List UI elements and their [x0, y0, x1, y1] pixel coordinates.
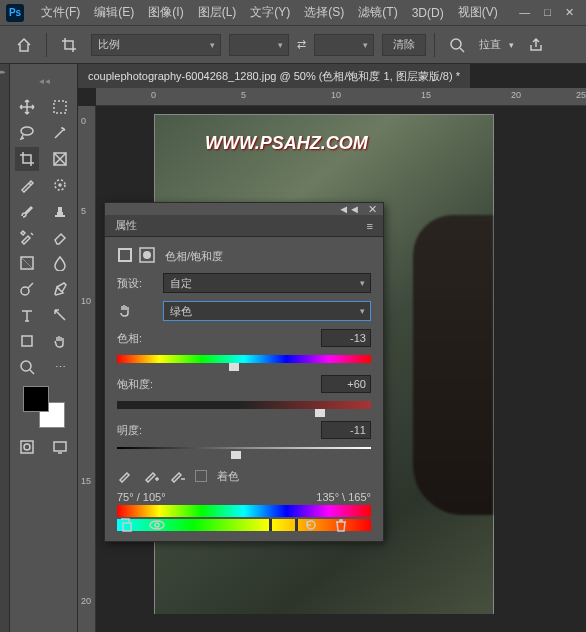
- panel-tab-title[interactable]: 属性: [115, 218, 137, 233]
- gradient-tool[interactable]: [15, 251, 39, 275]
- path-tool[interactable]: [48, 303, 72, 327]
- wand-tool[interactable]: [48, 121, 72, 145]
- range-right: 135° \ 165°: [316, 491, 371, 503]
- menu-edit[interactable]: 编辑(E): [87, 4, 141, 21]
- adjustment-icon: [117, 247, 133, 265]
- crop-tool[interactable]: [15, 147, 39, 171]
- divider: [46, 33, 47, 57]
- light-value[interactable]: -11: [321, 421, 371, 439]
- watermark-text: WWW.PSAHZ.COM: [205, 133, 368, 154]
- menu-3d[interactable]: 3D(D): [405, 6, 451, 20]
- brush-tool[interactable]: [15, 199, 39, 223]
- eyedropper-add-icon[interactable]: [143, 467, 159, 485]
- hue-label: 色相:: [117, 331, 157, 346]
- channel-dropdown[interactable]: 绿色: [163, 301, 371, 321]
- ruler-vertical: 05101520: [78, 106, 96, 632]
- svg-point-17: [150, 521, 164, 529]
- swap-icon[interactable]: ⇄: [297, 38, 306, 51]
- close-icon[interactable]: ✕: [565, 6, 574, 19]
- width-input[interactable]: [229, 34, 289, 56]
- minimize-icon[interactable]: —: [519, 6, 530, 19]
- ratio-label: 比例: [98, 37, 120, 52]
- adjustment-title: 色相/饱和度: [165, 249, 223, 264]
- flyout-bar[interactable]: [0, 64, 10, 632]
- svg-rect-14: [120, 250, 130, 260]
- ratio-dropdown[interactable]: 比例: [91, 34, 221, 56]
- colorize-label: 着色: [217, 469, 239, 484]
- hue-slider[interactable]: [117, 355, 371, 365]
- dodge-tool[interactable]: [15, 277, 39, 301]
- menu-filter[interactable]: 滤镜(T): [351, 4, 404, 21]
- clip-icon[interactable]: [119, 517, 135, 535]
- zoom-tool[interactable]: [15, 355, 39, 379]
- menu-image[interactable]: 图像(I): [141, 4, 190, 21]
- eyedropper-set-icon[interactable]: [117, 467, 133, 485]
- straighten-label[interactable]: 拉直: [479, 37, 501, 52]
- light-label: 明度:: [117, 423, 157, 438]
- clear-button[interactable]: 清除: [382, 34, 426, 56]
- history-brush-tool[interactable]: [15, 225, 39, 249]
- light-slider[interactable]: [117, 447, 371, 457]
- home-icon[interactable]: [10, 31, 38, 59]
- crop-tool-icon[interactable]: [55, 31, 83, 59]
- hue-value[interactable]: -13: [321, 329, 371, 347]
- hand-tool[interactable]: [48, 329, 72, 353]
- svg-point-16: [143, 251, 151, 259]
- delete-icon[interactable]: [333, 517, 349, 535]
- hue-range-bar-top[interactable]: [117, 505, 371, 517]
- menu-select[interactable]: 选择(S): [297, 4, 351, 21]
- eyedropper-sub-icon[interactable]: [169, 467, 185, 485]
- blur-tool[interactable]: [48, 251, 72, 275]
- heal-tool[interactable]: [48, 173, 72, 197]
- share-icon[interactable]: [522, 31, 550, 59]
- svg-point-9: [21, 361, 31, 371]
- range-left: 75° / 105°: [117, 491, 166, 503]
- menu-view[interactable]: 视图(V): [451, 4, 505, 21]
- quickmask-tool[interactable]: [15, 435, 39, 459]
- svg-point-5: [59, 184, 61, 186]
- panel-menu-icon[interactable]: ≡: [367, 220, 373, 232]
- eyedropper-tool[interactable]: [15, 173, 39, 197]
- colorize-checkbox[interactable]: [195, 470, 207, 482]
- screenmode-tool[interactable]: [48, 435, 72, 459]
- properties-panel: ◄◄✕ 属性≡ 色相/饱和度 预设: 自定 绿色 色相:-13 饱和度:+60 …: [104, 202, 384, 542]
- svg-rect-10: [21, 441, 33, 453]
- svg-rect-1: [54, 101, 66, 113]
- sat-slider[interactable]: [117, 401, 371, 411]
- panel-close-icon[interactable]: ✕: [368, 203, 377, 216]
- app-logo: Ps: [6, 4, 24, 22]
- menu-layer[interactable]: 图层(L): [191, 4, 244, 21]
- frame-tool[interactable]: [48, 147, 72, 171]
- svg-rect-12: [54, 442, 66, 451]
- height-input[interactable]: [314, 34, 374, 56]
- color-swatches[interactable]: [23, 386, 65, 428]
- svg-point-11: [24, 444, 30, 450]
- move-tool[interactable]: [15, 95, 39, 119]
- reset-icon[interactable]: [303, 517, 319, 535]
- svg-point-18: [155, 523, 159, 527]
- sat-value[interactable]: +60: [321, 375, 371, 393]
- ruler-horizontal: 0510152025: [96, 88, 586, 106]
- menu-file[interactable]: 文件(F): [34, 4, 87, 21]
- pen-tool[interactable]: [48, 277, 72, 301]
- hand-icon[interactable]: [117, 302, 157, 320]
- fg-swatch[interactable]: [23, 386, 49, 412]
- more-tool[interactable]: ⋯: [48, 355, 72, 379]
- menu-type[interactable]: 文字(Y): [243, 4, 297, 21]
- maximize-icon[interactable]: □: [544, 6, 551, 19]
- stamp-tool[interactable]: [48, 199, 72, 223]
- panel-collapse-icon[interactable]: ◄◄: [338, 203, 360, 215]
- preset-dropdown[interactable]: 自定: [163, 273, 371, 293]
- eraser-tool[interactable]: [48, 225, 72, 249]
- preset-label: 预设:: [117, 276, 157, 291]
- divider: [434, 33, 435, 57]
- mask-icon[interactable]: [139, 247, 155, 265]
- shape-tool[interactable]: [15, 329, 39, 353]
- lasso-tool[interactable]: [15, 121, 39, 145]
- type-tool[interactable]: [15, 303, 39, 327]
- document-tab[interactable]: couplephotography-6004268_1280.jpg @ 50%…: [78, 64, 470, 88]
- svg-rect-8: [22, 336, 32, 346]
- marquee-tool[interactable]: [48, 95, 72, 119]
- search-icon[interactable]: [443, 31, 471, 59]
- view-icon[interactable]: [149, 517, 165, 535]
